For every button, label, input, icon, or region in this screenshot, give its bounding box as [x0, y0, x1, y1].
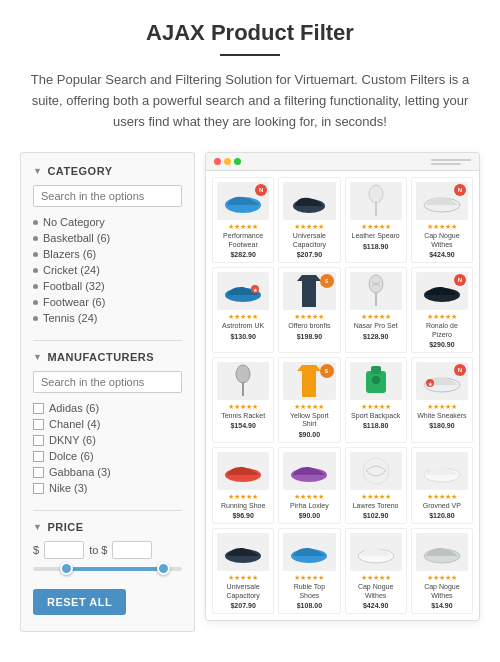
reset-all-button[interactable]: RESET ALL: [33, 589, 126, 615]
product-card[interactable]: ★★★★★ Cap Nogue Withes $14.90: [411, 528, 473, 614]
filter-option-tennis[interactable]: Tennis (24): [33, 310, 182, 326]
product-card[interactable]: ★★★★★ Ruble Top Shoes $108.00: [278, 528, 340, 614]
product-badge: N: [454, 184, 466, 196]
category-search-input[interactable]: [33, 185, 182, 207]
checkbox-dolce[interactable]: [33, 451, 44, 462]
slider-thumb-left[interactable]: [60, 562, 73, 575]
product-name: Cap Nogue Withes: [350, 583, 402, 600]
product-grid: N ★★★★★ Performance Footwear $282.90 ★★★…: [206, 171, 479, 620]
svg-rect-15: [242, 382, 244, 396]
price-from-input[interactable]: [44, 541, 84, 559]
product-price: $424.90: [350, 602, 402, 609]
product-image: ★ N: [416, 362, 468, 400]
product-name: Pirha Loxley: [283, 502, 335, 510]
product-card[interactable]: S ★★★★★ Offero bronfis $198.90: [278, 267, 340, 353]
product-card[interactable]: ★★★★★ Running Shoe $96.90: [212, 447, 274, 524]
product-price: $128.90: [350, 333, 402, 340]
filter-option-basketball[interactable]: Basketball (6): [33, 230, 182, 246]
product-card[interactable]: N ★★★★★ Ronalo de Pizero $290.90: [411, 267, 473, 353]
product-name: Tennis Racket: [217, 412, 269, 420]
product-card[interactable]: ★★★★★ Universale Capacitory $207.90: [212, 528, 274, 614]
header-line: [431, 159, 471, 161]
manufacturers-section: ▼ MANUFACTURERS Adidas (6) Chanel (4) DK…: [33, 351, 182, 496]
product-card[interactable]: ★★★★★ Nasar Pro Set $128.90: [345, 267, 407, 353]
slider-thumb-right[interactable]: [157, 562, 170, 575]
checkbox-chanel[interactable]: [33, 419, 44, 430]
product-card[interactable]: ★ N ★★★★★ White Sneakers $180.90: [411, 357, 473, 443]
manufacturers-arrow-icon: ▼: [33, 352, 42, 362]
product-stars: ★★★★★: [416, 493, 468, 501]
product-name: Performance Footwear: [217, 232, 269, 249]
bullet-icon: [33, 284, 38, 289]
product-image: [217, 452, 269, 490]
checkbox-adidas[interactable]: [33, 403, 44, 414]
product-card[interactable]: N ★★★★★ Cap Nogue Withes $424.90: [411, 177, 473, 263]
product-price: $290.90: [416, 341, 468, 348]
product-price: $96.90: [217, 512, 269, 519]
filter-option-dkny[interactable]: DKNY (6): [33, 432, 182, 448]
product-card[interactable]: N ★★★★★ Performance Footwear $282.90: [212, 177, 274, 263]
product-image: [217, 533, 269, 571]
product-stars: ★★★★★: [283, 223, 335, 231]
product-stars: ★★★★★: [283, 493, 335, 501]
bullet-icon: [33, 268, 38, 273]
checkbox-dkny[interactable]: [33, 435, 44, 446]
price-to-input[interactable]: [112, 541, 152, 559]
manufacturers-label: MANUFACTURERS: [47, 351, 154, 363]
product-image: [416, 533, 468, 571]
product-name: Cap Nogue Withes: [416, 232, 468, 249]
product-badge: N: [454, 274, 466, 286]
product-stars: ★★★★★: [416, 313, 468, 321]
option-label: Blazers (6): [43, 248, 96, 260]
product-card[interactable]: ★★★★★ Sport Backpack $118.80: [345, 357, 407, 443]
option-label: Nike (3): [49, 482, 88, 494]
product-grid-wrapper: N ★★★★★ Performance Footwear $282.90 ★★★…: [205, 152, 480, 621]
product-image: [217, 362, 269, 400]
slider-fill: [63, 567, 167, 571]
product-name: Ronalo de Pizero: [416, 322, 468, 339]
price-arrow-icon: ▼: [33, 522, 42, 532]
filter-option-nike[interactable]: Nike (3): [33, 480, 182, 496]
product-price: $14.90: [416, 602, 468, 609]
filter-option-chanel[interactable]: Chanel (4): [33, 416, 182, 432]
product-stars: ★★★★★: [350, 313, 402, 321]
product-card[interactable]: ★★★★★ Grovned VP $120.80: [411, 447, 473, 524]
price-slider-track[interactable]: [33, 567, 182, 571]
category-header: ▼ CATEGORY: [33, 165, 182, 177]
dot-yellow: [224, 158, 231, 165]
filter-option-football[interactable]: Football (32): [33, 278, 182, 294]
product-card[interactable]: ★★★★★ Universale Capacitory $207.90: [278, 177, 340, 263]
option-label: Dolce (6): [49, 450, 94, 462]
filter-option-cricket[interactable]: Cricket (24): [33, 262, 182, 278]
product-stars: ★★★★★: [350, 574, 402, 582]
product-stars: ★★★★★: [283, 574, 335, 582]
product-card[interactable]: S ★★★★★ Yellow Sport Shirt $90.00: [278, 357, 340, 443]
filter-option-dolce[interactable]: Dolce (6): [33, 448, 182, 464]
dot-green: [234, 158, 241, 165]
bullet-icon: [33, 316, 38, 321]
svg-point-25: [363, 458, 389, 484]
checkbox-gabbana[interactable]: [33, 467, 44, 478]
checkbox-nike[interactable]: [33, 483, 44, 494]
product-image: ★: [217, 272, 269, 310]
product-stars: ★★★★★: [283, 403, 335, 411]
bullet-icon: [33, 252, 38, 257]
svg-marker-8: [297, 275, 321, 307]
product-card[interactable]: ★ ★★★★★ Astrotrom UK $130.90: [212, 267, 274, 353]
option-label: Cricket (24): [43, 264, 100, 276]
product-card[interactable]: ★★★★★ Cap Nogue Withes $424.90: [345, 528, 407, 614]
product-card[interactable]: ★★★★★ Pirha Loxley $90.00: [278, 447, 340, 524]
product-card[interactable]: ★★★★★ Tennis Racket $154.90: [212, 357, 274, 443]
filter-option-blazers[interactable]: Blazers (6): [33, 246, 182, 262]
product-card[interactable]: ★★★★★ Lawres Toreno $102.90: [345, 447, 407, 524]
product-image: [350, 272, 402, 310]
filter-option-adidas[interactable]: Adidas (6): [33, 400, 182, 416]
filter-option-no-category[interactable]: No Category: [33, 214, 182, 230]
manufacturers-search-input[interactable]: [33, 371, 182, 393]
product-card[interactable]: ★★★★★ Leather Spearo $118.90: [345, 177, 407, 263]
product-price: $198.90: [283, 333, 335, 340]
filter-option-footwear[interactable]: Footwear (6): [33, 294, 182, 310]
product-image: [350, 452, 402, 490]
category-section: ▼ CATEGORY No Category Basketball (6) Bl…: [33, 165, 182, 326]
filter-option-gabbana[interactable]: Gabbana (3): [33, 464, 182, 480]
